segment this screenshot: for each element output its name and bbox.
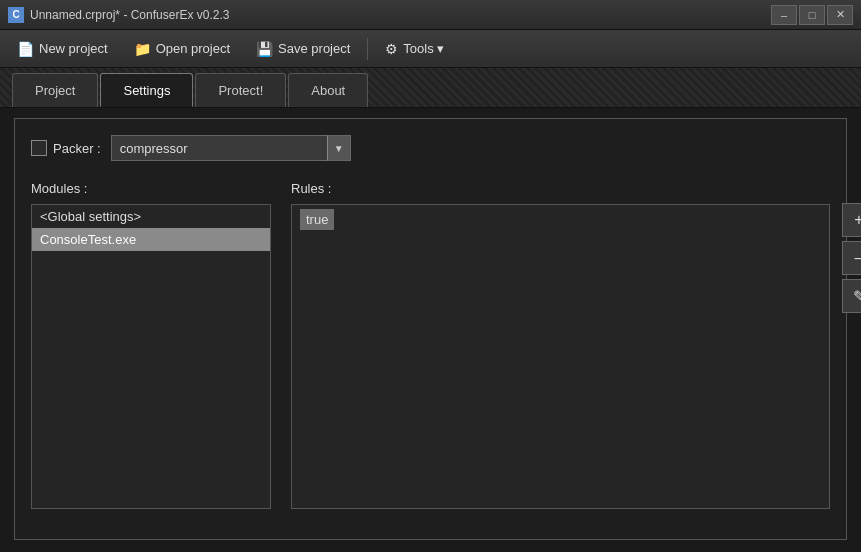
list-item-global[interactable]: <Global settings>: [32, 205, 270, 228]
tab-settings-label: Settings: [123, 83, 170, 98]
rules-column: Rules : true + – ✎: [291, 181, 830, 509]
rules-label: Rules :: [291, 181, 830, 196]
packer-checkbox-container: Packer :: [31, 140, 101, 156]
tab-protect-label: Protect!: [218, 83, 263, 98]
add-icon: +: [854, 211, 861, 229]
new-project-button[interactable]: 📄 New project: [6, 36, 119, 62]
maximize-button[interactable]: □: [799, 5, 825, 25]
window-controls: – □ ✕: [771, 5, 853, 25]
open-project-icon: 📁: [134, 41, 151, 57]
new-project-icon: 📄: [17, 41, 34, 57]
main-content: Packer : compressor none ▼ Modules : <Gl…: [14, 118, 847, 540]
save-project-button[interactable]: 💾 Save project: [245, 36, 361, 62]
packer-select[interactable]: compressor none: [111, 135, 351, 161]
edit-icon: ✎: [853, 287, 862, 306]
close-button[interactable]: ✕: [827, 5, 853, 25]
tools-button[interactable]: ⚙ Tools ▾: [374, 36, 455, 62]
add-rule-button[interactable]: +: [842, 203, 861, 237]
rules-area[interactable]: true: [291, 204, 830, 509]
list-item-consoletest[interactable]: ConsoleTest.exe: [32, 228, 270, 251]
rules-action-buttons: + – ✎: [842, 203, 861, 313]
tools-icon: ⚙: [385, 41, 398, 57]
toolbar: 📄 New project 📁 Open project 💾 Save proj…: [0, 30, 861, 68]
open-project-label: Open project: [156, 41, 230, 56]
new-project-label: New project: [39, 41, 108, 56]
packer-row: Packer : compressor none ▼: [31, 135, 830, 161]
two-column-layout: Modules : <Global settings> ConsoleTest.…: [31, 181, 830, 509]
tools-label: Tools ▾: [403, 41, 444, 56]
title-bar: C Unnamed.crproj* - ConfuserEx v0.2.3 – …: [0, 0, 861, 30]
modules-list[interactable]: <Global settings> ConsoleTest.exe: [31, 204, 271, 509]
tab-settings[interactable]: Settings: [100, 73, 193, 107]
open-project-button[interactable]: 📁 Open project: [123, 36, 241, 62]
save-project-label: Save project: [278, 41, 350, 56]
rule-value: true: [300, 209, 334, 230]
remove-icon: –: [855, 249, 861, 267]
minimize-button[interactable]: –: [771, 5, 797, 25]
packer-checkbox[interactable]: [31, 140, 47, 156]
tab-about-label: About: [311, 83, 345, 98]
modules-column: Modules : <Global settings> ConsoleTest.…: [31, 181, 271, 509]
app-icon: C: [8, 7, 24, 23]
window-title: Unnamed.crproj* - ConfuserEx v0.2.3: [30, 8, 771, 22]
toolbar-separator: [367, 38, 368, 60]
tab-project[interactable]: Project: [12, 73, 98, 107]
tab-about[interactable]: About: [288, 73, 368, 107]
app-icon-text: C: [12, 9, 19, 20]
tab-protect[interactable]: Protect!: [195, 73, 286, 107]
list-item-global-label: <Global settings>: [40, 209, 141, 224]
packer-label: Packer :: [53, 141, 101, 156]
save-project-icon: 💾: [256, 41, 273, 57]
modules-label: Modules :: [31, 181, 271, 196]
list-item-consoletest-label: ConsoleTest.exe: [40, 232, 136, 247]
remove-rule-button[interactable]: –: [842, 241, 861, 275]
packer-dropdown-container: compressor none ▼: [111, 135, 351, 161]
tab-bar: Project Settings Protect! About: [0, 68, 861, 108]
edit-rule-button[interactable]: ✎: [842, 279, 861, 313]
tab-project-label: Project: [35, 83, 75, 98]
